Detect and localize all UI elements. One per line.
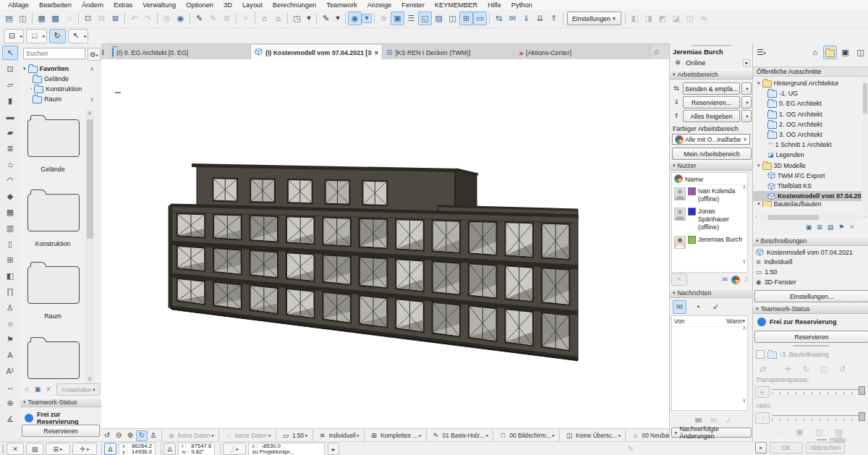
- ok-button[interactable]: OK: [770, 442, 803, 454]
- shell-tool[interactable]: ◠: [2, 173, 18, 187]
- transfer-settings-icon[interactable]: ▣: [391, 12, 404, 25]
- menu-verwaltung[interactable]: Verwaltung: [137, 1, 181, 9]
- reference-checkbox[interactable]: [756, 350, 765, 359]
- building-3d-model[interactable]: [101, 59, 669, 428]
- send-receive-icon[interactable]: ⇆: [492, 12, 506, 25]
- clone-folder-icon[interactable]: ▣: [804, 223, 814, 232]
- navigator-tree-item-10[interactable]: Titelblatt KS: [753, 181, 861, 191]
- save-view-icon[interactable]: ⚑: [836, 223, 846, 232]
- menu-bearbeiten[interactable]: Bearbeiten: [34, 1, 77, 9]
- menu-keymember[interactable]: KEYMEMBER: [430, 1, 482, 9]
- level-dimension-tool[interactable]: ⊕: [2, 396, 18, 410]
- navigator-tree-item-8[interactable]: ▾3D Modelle: [753, 161, 861, 171]
- schedules-icon[interactable]: ☰: [404, 12, 418, 25]
- quick-option-8[interactable]: ⌂00 Neubau▸: [628, 431, 669, 441]
- cursor-snap-icon[interactable]: ✛▸: [72, 443, 97, 455]
- navigator-tree-item-6[interactable]: ◠1 Schnitt 1 Architekt: [753, 140, 861, 150]
- favorites-tree-item-3[interactable]: Raum: [30, 94, 61, 103]
- reserve-elements-icon[interactable]: ⊡: [81, 12, 95, 25]
- find-select-icon[interactable]: ◉: [174, 12, 187, 25]
- slider-handle[interactable]: [859, 412, 865, 421]
- save-as-icon[interactable]: ▩: [48, 12, 62, 25]
- teamwork-status-header[interactable]: ▾Teamwork-Status: [753, 304, 868, 314]
- navigator-tree-item-0[interactable]: ▾Hintergrund Architektur: [753, 78, 861, 88]
- user-colors-icon[interactable]: [731, 275, 741, 284]
- view-undo-icon[interactable]: ↺: [101, 430, 113, 441]
- release-all-button-dropdown[interactable]: ▾: [741, 110, 752, 122]
- zone-tool[interactable]: ⚑: [2, 332, 18, 346]
- user-lock-icon[interactable]: ♙: [741, 275, 752, 284]
- nutzer-header[interactable]: ▾Nutzer: [670, 161, 753, 171]
- tracked-changes-header[interactable]: ▸Nachverfolgte Änderungen: [671, 428, 752, 438]
- 3d-cutaway-icon[interactable]: ◳: [290, 12, 304, 25]
- group-icon[interactable]: ◫: [683, 12, 697, 25]
- ghost-contours-icon[interactable]: ◌: [773, 425, 787, 439]
- new-favorite-folder-icon[interactable]: ▣: [33, 385, 43, 394]
- send-backward-icon[interactable]: ◨: [642, 12, 655, 25]
- send-receive-button[interactable]: Senden & empfa...: [683, 82, 740, 95]
- trace-reference-row[interactable]: -3. Bauteilkatalog: [756, 350, 829, 359]
- arrow-tool[interactable]: ↖: [2, 46, 18, 60]
- morph-tool[interactable]: ◆: [2, 189, 18, 203]
- slider-handle[interactable]: [859, 386, 865, 395]
- scroll-left-icon[interactable]: ‹: [755, 214, 757, 220]
- grid-snap-icon[interactable]: ⊞▸: [46, 443, 70, 455]
- view-settings-button[interactable]: Einstellungen...: [754, 290, 868, 302]
- favorite-card-0[interactable]: [27, 119, 80, 157]
- reset-reference-icon[interactable]: ◱: [817, 362, 831, 376]
- new-project-icon[interactable]: ▤: [2, 12, 16, 25]
- palette-splitter[interactable]: [793, 345, 829, 346]
- menu-3d[interactable]: 3D: [218, 1, 237, 9]
- ungroup-icon[interactable]: ⇋: [697, 12, 710, 25]
- navigator-tree-item-4[interactable]: 2. OG Architekt: [753, 119, 861, 129]
- menu-fenster[interactable]: Fenster: [396, 1, 430, 9]
- cancel-button[interactable]: Abbrechen: [806, 442, 845, 454]
- navigator-tree-item-1[interactable]: -1. UG: [753, 88, 861, 98]
- project-map-icon[interactable]: ⌂: [808, 46, 822, 59]
- favorites-tree-item-0[interactable]: ▾Favoriten: [23, 64, 69, 73]
- release-all-button[interactable]: Alles freigeben: [683, 110, 740, 122]
- settings-dropdown-button[interactable]: Einstellungen▼: [567, 12, 621, 25]
- measure-line-button[interactable]: ╱▸: [223, 443, 246, 455]
- quick-option-1[interactable]: ☼keine Daten▸: [221, 431, 273, 441]
- slab-tool[interactable]: ▰: [2, 125, 18, 140]
- add-view-icon[interactable]: ⊞: [814, 223, 825, 232]
- menu-ablage[interactable]: Ablage: [3, 1, 34, 9]
- menu-ändern[interactable]: Ändern: [77, 1, 109, 9]
- pen-set-icon[interactable]: ✎: [319, 12, 333, 25]
- pen-dropdown-icon[interactable]: ▼: [333, 14, 343, 23]
- hscroll-thumb[interactable]: [768, 215, 819, 220]
- tab-list-icon[interactable]: ⌂: [650, 45, 663, 59]
- zoom-out-icon[interactable]: ⊖: [113, 430, 124, 441]
- favorites-star-icon[interactable]: ☆: [377, 12, 391, 25]
- inbox-icon[interactable]: ✉: [673, 300, 686, 314]
- refresh-reference-icon[interactable]: ↺: [835, 362, 849, 376]
- window-tool[interactable]: ⊞: [2, 252, 18, 267]
- ghost-fills-icon[interactable]: ▣: [793, 425, 807, 439]
- send-back-icon[interactable]: ◪: [669, 12, 683, 25]
- 3d-viewport[interactable]: [101, 59, 669, 428]
- wall-tool[interactable]: ▱: [2, 77, 18, 92]
- pickup-parameters-icon[interactable]: ✎: [192, 12, 206, 25]
- menu-anzeige[interactable]: Anzeige: [362, 1, 397, 9]
- favorite-card-2[interactable]: [27, 266, 80, 304]
- fit-window-icon[interactable]: ✕: [7, 443, 24, 455]
- cutaway-dropdown-icon[interactable]: ▼: [304, 14, 314, 23]
- quick-option-5[interactable]: ✎01 Basis-Holz...▸: [429, 431, 491, 441]
- menu-python[interactable]: Python: [506, 1, 537, 9]
- remove-user-button[interactable]: ✕: [671, 273, 687, 286]
- save-icon[interactable]: ▦: [35, 12, 48, 25]
- walk-mode-icon[interactable]: ♙: [148, 430, 159, 441]
- label-tool[interactable]: A¹: [2, 364, 18, 378]
- orbit-mode-icon-group[interactable]: ↻: [49, 29, 66, 43]
- snap-guides-icon[interactable]: ▨: [26, 443, 43, 455]
- release-icon[interactable]: ⇑: [671, 111, 681, 121]
- favorite-card-1[interactable]: [27, 194, 80, 231]
- layout-book-icon[interactable]: ▣: [838, 46, 852, 59]
- reserve-icon[interactable]: ⇓: [671, 98, 681, 107]
- navigator-tree-item-12[interactable]: ▾Bauteilaufbauten: [753, 201, 861, 207]
- transparency-prev-button[interactable]: ▸: [755, 386, 770, 398]
- close-project-icon[interactable]: ⌂: [62, 12, 76, 25]
- favorites-tree-item-1[interactable]: Gelände: [30, 74, 69, 83]
- marquee-tool[interactable]: ⊡: [2, 61, 18, 76]
